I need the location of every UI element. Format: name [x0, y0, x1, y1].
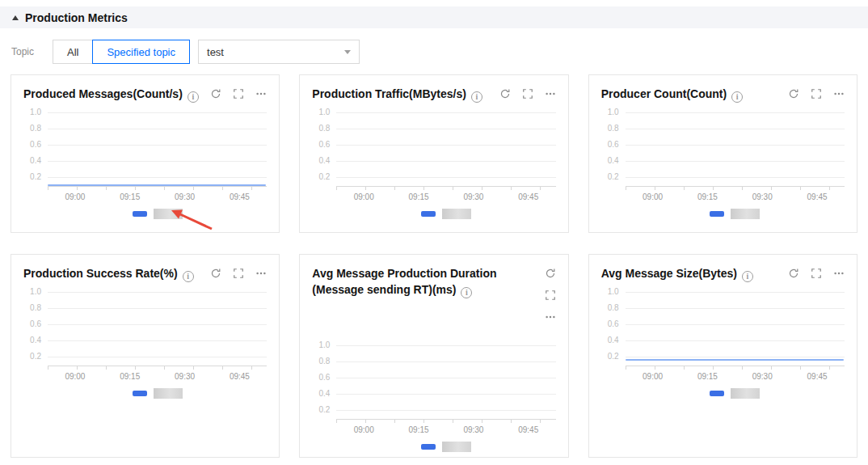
more-options-icon[interactable] [255, 268, 267, 279]
card-actions [499, 88, 556, 99]
y-tick-label: 1.0 [318, 108, 330, 116]
more-options-icon[interactable] [833, 268, 845, 279]
more-options-icon[interactable] [833, 88, 845, 99]
x-axis-labels: 09:00 09:15 09:30 09:45 [336, 192, 555, 201]
more-options-icon[interactable] [545, 311, 556, 323]
y-tick-label: 0.2 [608, 173, 619, 181]
x-tick-label: 09:45 [807, 192, 828, 201]
section-production-metrics-header[interactable]: Production Metrics [0, 6, 868, 28]
card-actions [210, 88, 267, 99]
legend-series-swatch [133, 211, 147, 217]
fullscreen-icon[interactable] [545, 290, 556, 301]
fullscreen-icon[interactable] [233, 88, 244, 99]
y-tick-label: 1.0 [608, 288, 619, 296]
y-tick-label: 0.4 [318, 157, 330, 165]
x-axis-labels: 09:00 09:15 09:30 09:45 [336, 425, 555, 434]
refresh-icon[interactable] [210, 88, 221, 99]
fullscreen-icon[interactable] [522, 88, 533, 99]
legend-series-swatch [133, 391, 147, 396]
x-tick-label: 09:30 [175, 372, 195, 381]
more-options-icon[interactable] [255, 88, 267, 99]
y-tick-label: 0.8 [30, 125, 41, 133]
refresh-icon[interactable] [210, 268, 221, 279]
fullscreen-icon[interactable] [233, 268, 244, 279]
y-tick-label: 0.6 [318, 374, 330, 382]
chart-legend[interactable] [626, 388, 845, 399]
info-icon[interactable] [742, 271, 753, 282]
y-tick-label: 0.2 [30, 173, 41, 181]
info-icon[interactable] [188, 91, 199, 103]
x-tick-label: 09:15 [120, 372, 140, 381]
legend-label-redacted [442, 209, 471, 219]
topic-scope-segmented-control: All Specified topic [53, 40, 190, 64]
chart-produced-messages: 1.0 0.8 0.6 0.4 0.2 09:00 09:15 09:30 09… [23, 112, 267, 219]
x-tick-label: 09:15 [697, 192, 718, 201]
annotation-arrow-icon [166, 206, 215, 232]
info-icon[interactable] [183, 271, 194, 282]
y-tick-label: 0.8 [30, 304, 41, 312]
x-axis-ticks [336, 187, 555, 190]
refresh-icon[interactable] [788, 88, 799, 99]
topic-label: Topic [11, 46, 41, 57]
x-axis-ticks [48, 187, 267, 190]
card-title: Avg Message Size(Bytes) [601, 265, 760, 282]
info-icon[interactable] [461, 287, 472, 298]
x-tick-label: 09:00 [65, 192, 85, 201]
chart-legend[interactable] [336, 442, 555, 452]
x-axis-ticks [336, 420, 555, 423]
x-tick-label: 09:45 [807, 372, 828, 381]
collapse-icon[interactable] [12, 15, 19, 20]
legend-series-swatch [421, 211, 436, 217]
chart-production-traffic: 1.0 0.8 0.6 0.4 0.2 09:00 09:15 09:30 09… [312, 112, 555, 219]
chart-plot [48, 292, 267, 366]
filter-all-button[interactable]: All [53, 40, 93, 64]
x-axis-labels: 09:00 09:15 09:30 09:45 [626, 192, 845, 201]
refresh-icon[interactable] [545, 268, 556, 279]
x-tick-label: 09:00 [354, 425, 374, 434]
fullscreen-icon[interactable] [811, 268, 822, 279]
series-flatline [626, 359, 844, 361]
x-axis-labels: 09:00 09:15 09:30 09:45 [626, 372, 845, 381]
x-tick-label: 09:30 [463, 425, 483, 434]
y-tick-label: 0.6 [608, 141, 619, 149]
x-axis-ticks [48, 366, 267, 370]
legend-label-redacted [731, 388, 760, 399]
refresh-icon[interactable] [788, 268, 799, 279]
card-actions [210, 268, 267, 279]
chart-legend[interactable] [48, 388, 267, 399]
card-actions [788, 88, 845, 99]
card-avg-production-duration: Avg Message Production Duration (Message… [299, 254, 568, 458]
y-tick-label: 0.4 [608, 157, 619, 165]
x-tick-label: 09:30 [463, 192, 483, 201]
x-tick-label: 09:15 [409, 192, 429, 201]
card-production-traffic: Production Traffic(MBytes/s) 1.0 0.8 0.6… [299, 74, 568, 233]
series-flatline [48, 184, 266, 186]
filter-specified-topic-button[interactable]: Specified topic [92, 40, 190, 64]
y-tick-label: 0.6 [608, 320, 619, 328]
y-tick-label: 0.6 [318, 141, 330, 149]
card-title: Avg Message Production Duration (Message… [312, 265, 514, 298]
y-tick-label: 0.6 [30, 141, 41, 149]
chart-legend[interactable] [48, 209, 267, 219]
info-icon[interactable] [471, 91, 482, 103]
chart-legend[interactable] [336, 209, 555, 219]
more-options-icon[interactable] [545, 88, 556, 99]
chart-avg-message-size: 1.0 0.8 0.6 0.4 0.2 09:00 09:15 09:30 09… [601, 292, 845, 399]
card-title: Produced Messages(Count/s) [23, 86, 205, 103]
chart-plot [336, 345, 555, 420]
x-axis-ticks [626, 366, 845, 370]
section-title: Production Metrics [25, 11, 128, 24]
legend-series-swatch [710, 391, 724, 396]
x-tick-label: 09:15 [409, 425, 429, 434]
chart-legend[interactable] [626, 209, 845, 219]
refresh-icon[interactable] [499, 88, 511, 99]
y-tick-label: 0.2 [608, 353, 619, 361]
x-tick-label: 09:30 [752, 372, 773, 381]
topic-select[interactable]: test [198, 40, 360, 64]
fullscreen-icon[interactable] [811, 88, 822, 99]
info-icon[interactable] [731, 91, 743, 103]
y-tick-label: 1.0 [608, 108, 619, 116]
x-tick-label: 09:00 [65, 372, 85, 381]
chart-plot [626, 112, 845, 187]
legend-label-redacted [442, 442, 471, 452]
